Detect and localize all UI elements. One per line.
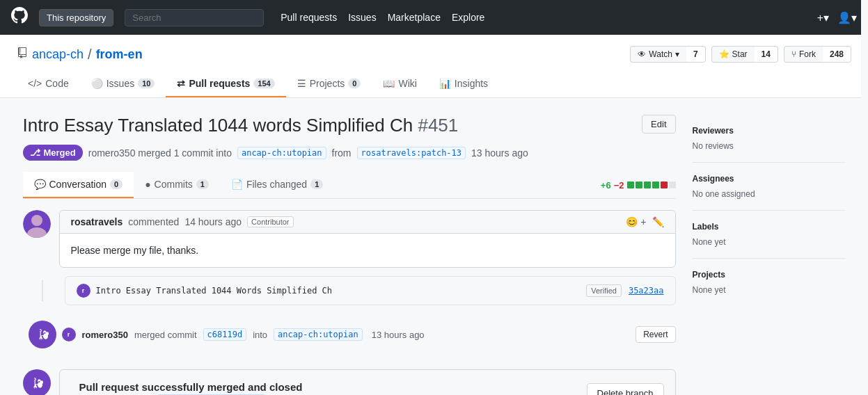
diff-block-4 — [652, 182, 659, 188]
user-menu-button[interactable]: 👤▾ — [837, 11, 857, 24]
repo-owner-link[interactable]: ancap-ch — [32, 47, 84, 62]
tab-commits[interactable]: ● Commits 1 — [134, 172, 220, 198]
commits-count: 1 — [196, 179, 209, 189]
pr-tabs: 💬 Conversation 0 ● Commits 1 📄 Files cha… — [23, 172, 676, 199]
tab-issues[interactable]: ⚪ Issues 10 — [80, 71, 166, 97]
commit-item: r Intro Essay Translated 1044 Words Simp… — [23, 276, 676, 305]
from-text: from — [332, 147, 352, 159]
insights-icon: 📊 — [439, 78, 451, 89]
commit-avatar: r — [77, 284, 90, 298]
star-button[interactable]: ⭐ Star — [711, 46, 755, 63]
new-item-button[interactable]: +▾ — [817, 11, 829, 24]
issues-icon: ⚪ — [91, 78, 103, 89]
top-nav-right: +▾ 👤▾ — [817, 11, 857, 24]
merge-commit-ref[interactable]: c68119d — [203, 328, 247, 341]
merge-text: r romero350 merged commit c68119d into a… — [62, 328, 631, 341]
comment-time: 14 hours ago — [184, 216, 242, 227]
commit-right: Verified 35a23aa — [586, 284, 663, 297]
diff-block-5 — [661, 182, 668, 188]
star-icon: ⭐ — [719, 49, 729, 59]
search-input[interactable] — [125, 9, 264, 26]
tab-insights[interactable]: 📊 Insights — [428, 71, 499, 97]
main-content: Intro Essay Translated 1044 words Simpli… — [6, 98, 862, 395]
verified-badge: Verified — [586, 284, 622, 297]
target-branch[interactable]: ancap-ch:utopian — [237, 147, 326, 159]
projects-value: None yet — [693, 285, 846, 295]
files-icon: 📄 — [231, 179, 243, 190]
code-icon: </> — [28, 78, 42, 89]
merged-box-text: Pull request successfully merged and clo… — [79, 381, 587, 395]
diff-block-1 — [627, 182, 634, 188]
wiki-icon: 📖 — [383, 78, 395, 89]
pr-time: 13 hours ago — [471, 147, 528, 159]
add-reaction-button[interactable]: 😊 + — [626, 216, 646, 227]
commenter-avatar — [23, 210, 51, 238]
repo-icon — [17, 47, 28, 61]
tab-conversation[interactable]: 💬 Conversation 0 — [23, 172, 134, 198]
svg-point-1 — [31, 215, 42, 226]
merger-name[interactable]: romero350 — [82, 330, 128, 340]
sidebar-reviewers: Reviewers No reviews — [693, 115, 846, 163]
comment-options-button[interactable]: ✏️ — [652, 216, 664, 227]
sidebar-labels: Labels None yet — [693, 211, 846, 259]
source-branch[interactable]: rosatravels:patch-13 — [357, 147, 466, 159]
revert-button[interactable]: Revert — [636, 326, 675, 343]
merger-avatar: r — [62, 328, 76, 341]
watch-count: 7 — [686, 46, 706, 63]
diff-block-3 — [644, 182, 651, 188]
tab-code[interactable]: </> Code — [17, 71, 80, 97]
delete-branch-button[interactable]: Delete branch — [587, 383, 664, 395]
merge-time: 13 hours ago — [372, 330, 425, 340]
fork-button[interactable]: ⑂ Fork — [784, 46, 823, 63]
marketplace-nav-link[interactable]: Marketplace — [388, 12, 441, 23]
merged-box-icon-wrap — [23, 369, 51, 395]
files-count: 1 — [310, 179, 323, 189]
tab-files-changed[interactable]: 📄 Files changed 1 — [220, 172, 334, 198]
star-count: 14 — [755, 46, 778, 63]
commit-message: Intro Essay Translated 1044 Words Simpli… — [96, 286, 333, 296]
tab-projects[interactable]: ☰ Projects 0 — [286, 71, 372, 97]
merged-timeline-item: Pull request successfully merged and clo… — [23, 369, 676, 395]
repo-header: ancap-ch / from-en 👁 Watch ▾ 7 ⭐ Star 14 — [0, 35, 868, 98]
reviewers-value: No reviews — [693, 141, 846, 151]
scrollbar[interactable] — [861, 0, 868, 395]
projects-icon: ☰ — [297, 78, 306, 89]
pr-status-text: romero350 merged 1 commit into — [88, 147, 232, 159]
merge-action: merged commit — [134, 330, 197, 340]
labels-value: None yet — [693, 237, 846, 247]
pr-icon: ⇄ — [177, 78, 185, 89]
merge-event: r romero350 merged commit c68119d into a… — [23, 314, 676, 355]
tab-wiki[interactable]: 📖 Wiki — [372, 71, 427, 97]
conversation-icon: 💬 — [34, 179, 46, 190]
pr-status-row: ⎇ Merged romero350 merged 1 commit into … — [23, 145, 676, 161]
merged-badge: ⎇ Merged — [23, 145, 83, 161]
pull-requests-nav-link[interactable]: Pull requests — [281, 12, 337, 23]
deletions: −2 — [614, 180, 624, 191]
watch-button[interactable]: 👁 Watch ▾ — [630, 46, 686, 63]
edit-button[interactable]: Edit — [642, 115, 675, 134]
fork-count: 248 — [823, 46, 851, 63]
assignees-title: Assignees — [693, 174, 846, 184]
pr-title: Intro Essay Translated 1044 words Simpli… — [23, 115, 459, 136]
commit-sha[interactable]: 35a23aa — [629, 286, 664, 296]
reviewers-title: Reviewers — [693, 126, 846, 136]
pr-body: Intro Essay Translated 1044 words Simpli… — [23, 115, 676, 395]
labels-title: Labels — [693, 222, 846, 232]
projects-count: 0 — [348, 79, 361, 88]
github-logo[interactable] — [11, 7, 28, 28]
comment-box: rosatravels commented 14 hours ago Contr… — [59, 210, 676, 268]
explore-nav-link[interactable]: Explore — [452, 12, 484, 23]
projects-title: Projects — [693, 270, 846, 280]
merge-target-branch[interactable]: ancap-ch:utopian — [274, 328, 363, 341]
issues-nav-link[interactable]: Issues — [348, 12, 376, 23]
comment-header: rosatravels commented 14 hours ago Contr… — [60, 211, 675, 234]
comment-header-left: rosatravels commented 14 hours ago Contr… — [71, 216, 294, 227]
this-repository-button[interactable]: This repository — [39, 9, 113, 26]
repo-name-link[interactable]: from-en — [96, 47, 143, 62]
comment-action: commented — [128, 216, 179, 227]
comment-author[interactable]: rosatravels — [71, 216, 123, 227]
merge-event-icon — [29, 321, 56, 348]
tab-pull-requests[interactable]: ⇄ Pull requests 154 — [166, 71, 285, 97]
diff-block-6 — [669, 182, 676, 188]
eye-icon: 👁 — [638, 49, 646, 59]
